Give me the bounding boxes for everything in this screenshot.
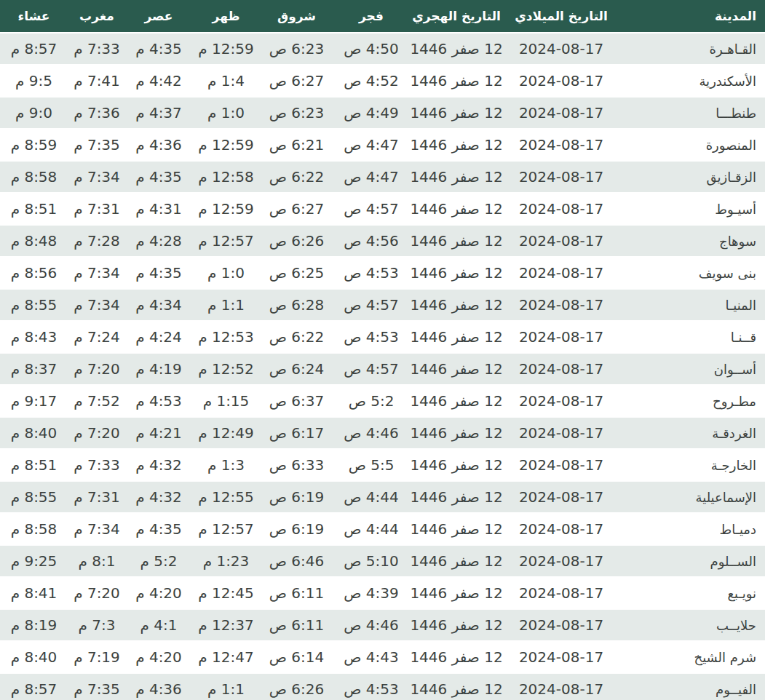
table-row: قــنـا2024-08-1712 صفر 14464:53 ص6:22 ص1…	[0, 322, 765, 352]
cell-dhuhr: 12:47 م	[191, 642, 261, 672]
cell-city: أسيـوط	[619, 194, 765, 224]
header-cell-isha: عشاء	[0, 0, 68, 32]
cell-sunrise: 6:22 ص	[261, 322, 333, 352]
cell-city: أســوان	[619, 354, 765, 384]
cell-maghrib: 7:35 م	[68, 130, 126, 160]
cell-fajr: 4:44 ص	[333, 482, 410, 512]
cell-fajr: 4:53 ص	[333, 322, 410, 352]
header-cell-city: المدينة	[619, 0, 765, 32]
cell-gregorian: 2024-08-17	[503, 354, 619, 384]
table-row: دميـاط2024-08-1712 صفر 14464:44 ص6:19 ص1…	[0, 514, 765, 544]
cell-isha: 8:55 م	[0, 290, 68, 320]
cell-asr: 4:21 م	[126, 418, 191, 448]
cell-asr: 4:35 م	[126, 162, 191, 192]
cell-city: شرم الشيخ	[619, 642, 765, 672]
cell-asr: 4:20 م	[126, 578, 191, 608]
cell-fajr: 4:57 ص	[333, 290, 410, 320]
header-cell-hijri: التاريخ الهجري	[410, 0, 503, 32]
cell-gregorian: 2024-08-17	[503, 322, 619, 352]
cell-hijri: 12 صفر 1446	[410, 386, 503, 416]
cell-city: القـاهـرة	[619, 33, 765, 64]
cell-sunrise: 6:33 ص	[261, 450, 333, 480]
cell-maghrib: 7:24 م	[68, 322, 126, 352]
cell-maghrib: 7:28 م	[68, 226, 126, 256]
cell-hijri: 12 صفر 1446	[410, 482, 503, 512]
table-row: الغردقـة2024-08-1712 صفر 14464:46 ص6:17 …	[0, 418, 765, 448]
cell-sunrise: 6:11 ص	[261, 578, 333, 608]
cell-maghrib: 7:33 م	[68, 33, 126, 64]
cell-maghrib: 7:3 م	[68, 610, 126, 640]
table-row: مطـروح2024-08-1712 صفر 14465:2 ص6:37 ص1:…	[0, 386, 765, 416]
cell-dhuhr: 12:59 م	[191, 130, 261, 160]
cell-fajr: 4:49 ص	[333, 98, 410, 128]
cell-fajr: 4:53 ص	[333, 674, 410, 700]
cell-dhuhr: 12:45 م	[191, 578, 261, 608]
cell-hijri: 12 صفر 1446	[410, 226, 503, 256]
cell-city: مطـروح	[619, 386, 765, 416]
cell-city: الزقـازيق	[619, 162, 765, 192]
cell-hijri: 12 صفر 1446	[410, 194, 503, 224]
cell-isha: 8:19 م	[0, 610, 68, 640]
cell-gregorian: 2024-08-17	[503, 226, 619, 256]
cell-city: الأسكندرية	[619, 65, 765, 96]
header-cell-asr: عصر	[126, 0, 191, 32]
cell-gregorian: 2024-08-17	[503, 546, 619, 576]
cell-dhuhr: 1:0 م	[191, 98, 261, 128]
cell-hijri: 12 صفر 1446	[410, 322, 503, 352]
cell-maghrib: 7:41 م	[68, 65, 126, 96]
cell-dhuhr: 1:1 م	[191, 290, 261, 320]
table-row: أسيـوط2024-08-1712 صفر 14464:57 ص6:27 ص1…	[0, 194, 765, 224]
cell-city: دميـاط	[619, 514, 765, 544]
cell-sunrise: 6:26 ص	[261, 226, 333, 256]
cell-fajr: 4:44 ص	[333, 514, 410, 544]
cell-asr: 4:32 م	[126, 482, 191, 512]
table-row: سوهاج2024-08-1712 صفر 14464:56 ص6:26 ص12…	[0, 226, 765, 256]
cell-sunrise: 6:24 ص	[261, 354, 333, 384]
cell-city: الغردقـة	[619, 418, 765, 448]
cell-hijri: 12 صفر 1446	[410, 514, 503, 544]
table-row: شرم الشيخ2024-08-1712 صفر 14464:43 ص6:14…	[0, 642, 765, 672]
cell-city: قــنـا	[619, 322, 765, 352]
cell-asr: 4:28 م	[126, 226, 191, 256]
cell-isha: 8:58 م	[0, 162, 68, 192]
cell-fajr: 4:46 ص	[333, 610, 410, 640]
cell-dhuhr: 1:0 م	[191, 258, 261, 288]
cell-asr: 4:36 م	[126, 674, 191, 700]
cell-fajr: 4:43 ص	[333, 642, 410, 672]
table-row: القـاهـرة2024-08-1712 صفر 14464:50 ص6:23…	[0, 33, 765, 64]
table-row: طنطـــا2024-08-1712 صفر 14464:49 ص6:23 ص…	[0, 98, 765, 128]
cell-dhuhr: 1:4 م	[191, 65, 261, 96]
cell-sunrise: 6:27 ص	[261, 65, 333, 96]
cell-hijri: 12 صفر 1446	[410, 258, 503, 288]
cell-dhuhr: 12:52 م	[191, 354, 261, 384]
cell-dhuhr: 1:15 م	[191, 386, 261, 416]
cell-city: المنصورة	[619, 130, 765, 160]
cell-city: الخارجـة	[619, 450, 765, 480]
cell-maghrib: 7:20 م	[68, 578, 126, 608]
cell-sunrise: 6:23 ص	[261, 98, 333, 128]
cell-sunrise: 6:46 ص	[261, 546, 333, 576]
cell-asr: 4:32 م	[126, 450, 191, 480]
cell-hijri: 12 صفر 1446	[410, 546, 503, 576]
cell-dhuhr: 1:23 م	[191, 546, 261, 576]
cell-maghrib: 7:31 م	[68, 194, 126, 224]
cell-sunrise: 6:23 ص	[261, 33, 333, 64]
cell-asr: 4:34 م	[126, 290, 191, 320]
cell-fajr: 4:53 ص	[333, 258, 410, 288]
cell-fajr: 4:57 ص	[333, 354, 410, 384]
cell-isha: 8:41 م	[0, 578, 68, 608]
cell-maghrib: 8:1 م	[68, 546, 126, 576]
cell-hijri: 12 صفر 1446	[410, 130, 503, 160]
cell-gregorian: 2024-08-17	[503, 130, 619, 160]
prayer-times-table: المدينة التاريخ الميلادي التاريخ الهجري …	[0, 0, 765, 700]
cell-hijri: 12 صفر 1446	[410, 610, 503, 640]
cell-asr: 4:37 م	[126, 98, 191, 128]
cell-asr: 4:24 م	[126, 322, 191, 352]
table-row: الســلوم2024-08-1712 صفر 14465:10 ص6:46 …	[0, 546, 765, 576]
cell-maghrib: 7:19 م	[68, 642, 126, 672]
cell-city: الفيــوم	[619, 674, 765, 700]
table-header: المدينة التاريخ الميلادي التاريخ الهجري …	[0, 0, 765, 32]
prayer-times-tbody: القـاهـرة2024-08-1712 صفر 14464:50 ص6:23…	[0, 33, 765, 700]
cell-asr: 4:1 م	[126, 610, 191, 640]
cell-gregorian: 2024-08-17	[503, 258, 619, 288]
